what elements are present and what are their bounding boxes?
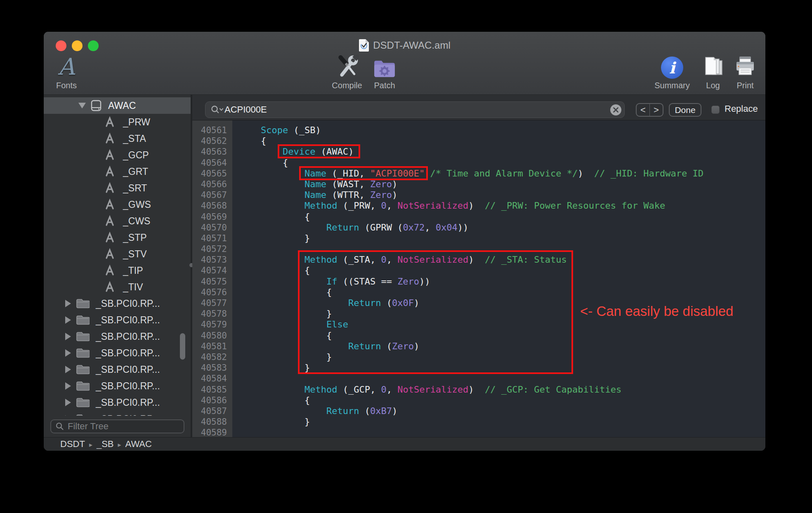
breadcrumb-item-dsdt[interactable]: DSDT xyxy=(60,439,85,449)
line-number: 40572 xyxy=(192,244,227,254)
disclosure-closed-icon[interactable] xyxy=(65,366,71,373)
line-number: 40571 xyxy=(192,233,227,244)
tree-item-awac-root[interactable]: AWAC xyxy=(44,97,191,114)
tree-item-folder[interactable]: _SB.PCI0.RP... xyxy=(44,378,191,394)
line-number: 40567 xyxy=(192,190,227,200)
line-number: 40566 xyxy=(192,179,227,190)
tree-item-method-_srt[interactable]: _SRT xyxy=(44,180,191,196)
breadcrumb-item-awac[interactable]: AWAC xyxy=(125,439,152,449)
breadcrumb-separator-icon: ▸ xyxy=(85,441,97,448)
filter-tree-input[interactable]: Filter Tree xyxy=(50,419,184,433)
tree-item-method-_stv[interactable]: _STV xyxy=(44,246,191,262)
line-number: 40583 xyxy=(192,362,227,373)
folder-icon xyxy=(76,298,90,309)
breadcrumb-item-_sb[interactable]: _SB xyxy=(97,439,114,449)
tree-item-method-_stp[interactable]: _STP xyxy=(44,229,191,246)
code-line-40566[interactable]: 40566 Name (WAST, Zero) xyxy=(192,179,765,190)
disclosure-closed-icon[interactable] xyxy=(65,333,71,340)
tree-item-method-_prw[interactable]: _PRW xyxy=(44,114,191,130)
tree-item-label: _SB.PCI0.RP xyxy=(96,414,153,416)
find-next-button[interactable]: > xyxy=(650,104,663,116)
code-line-40588[interactable]: 40588 } xyxy=(192,417,765,427)
line-number: 40568 xyxy=(192,200,227,211)
tree-item-method-_gcp[interactable]: _GCP xyxy=(44,147,191,163)
tree-item-label: _STV xyxy=(123,249,147,260)
disclosure-closed-icon[interactable] xyxy=(65,349,71,357)
code-line-40561[interactable]: 40561 Scope (_SB) xyxy=(192,125,765,136)
patch-folder-gear-icon xyxy=(360,53,409,79)
disclosure-closed-icon[interactable] xyxy=(65,415,71,416)
code-line-40587[interactable]: 40587 Return (0xB7) xyxy=(192,406,765,417)
replace-label: Replace xyxy=(725,104,758,114)
annotation-box-device xyxy=(278,144,360,158)
code-line-40585[interactable]: 40585 Method (_GCP, 0, NotSerialized) //… xyxy=(192,384,765,395)
method-icon xyxy=(103,247,116,261)
code-line-40569[interactable]: 40569 { xyxy=(192,212,765,222)
line-number: 40561 xyxy=(192,125,227,136)
code-text: Method (_PRW, 0, NotSerialized) // _PRW:… xyxy=(239,200,665,211)
disclosure-closed-icon[interactable] xyxy=(65,382,71,390)
code-text: Method (_GCP, 0, NotSerialized) // _GCP:… xyxy=(239,384,621,395)
code-line-40586[interactable]: 40586 { xyxy=(192,395,765,406)
tree-item-folder[interactable]: _SB.PCI0.RP... xyxy=(44,312,191,328)
tree-item-method-_cws[interactable]: _CWS xyxy=(44,213,191,229)
tree-item-folder[interactable]: _SB.PCI0.RP... xyxy=(44,328,191,345)
print-toolbar-button[interactable]: Print xyxy=(720,53,765,90)
code-line-40565[interactable]: 40565 Name (_HID, "ACPI000E" /* Time and… xyxy=(192,168,765,179)
tree-item-folder[interactable]: _SB.PCI0.RP xyxy=(44,411,191,416)
tree-item-label: _SB.PCI0.RP... xyxy=(96,331,160,342)
search-input[interactable]: ACPI000E xyxy=(205,101,625,118)
line-number: 40580 xyxy=(192,330,227,341)
tree-item-folder[interactable]: _SB.PCI0.RP... xyxy=(44,345,191,361)
app-window: DSDT-AWAC.aml A Fonts Compile xyxy=(44,32,765,451)
replace-checkbox[interactable] xyxy=(711,106,720,114)
code-line-40567[interactable]: 40567 Name (WTTR, Zero) xyxy=(192,190,765,200)
clear-search-icon[interactable] xyxy=(610,104,621,115)
code-line-40571[interactable]: 40571 } xyxy=(192,233,765,244)
method-icon xyxy=(103,214,116,228)
find-previous-button[interactable]: < xyxy=(637,104,650,116)
code-line-40589[interactable]: 40589 xyxy=(192,427,765,437)
find-prev-next-control: < > xyxy=(636,103,663,117)
tree-item-label: _CWS xyxy=(123,216,150,227)
line-number: 40586 xyxy=(192,395,227,406)
printer-icon xyxy=(720,53,765,79)
search-menu-icon[interactable] xyxy=(210,105,224,115)
code-line-40570[interactable]: 40570 Return (GPRW (0x72, 0x04)) xyxy=(192,222,765,233)
fonts-toolbar-button[interactable]: A Fonts xyxy=(44,53,89,90)
method-icon xyxy=(103,115,116,129)
done-button[interactable]: Done xyxy=(669,103,701,117)
annotation-text: <- Can easily be disabled xyxy=(580,304,733,319)
disclosure-closed-icon[interactable] xyxy=(65,300,71,307)
document-icon xyxy=(359,39,369,52)
tree-item-folder[interactable]: _SB.PCI0.RP... xyxy=(44,295,191,312)
line-number: 40589 xyxy=(192,427,227,437)
code-line-40564[interactable]: 40564 { xyxy=(192,158,765,168)
disclosure-open-icon[interactable] xyxy=(78,103,86,108)
tree-item-label: _STA xyxy=(123,133,146,144)
method-icon xyxy=(103,165,116,178)
method-icon xyxy=(103,280,116,294)
folder-icon xyxy=(76,331,90,342)
code-text: { xyxy=(239,136,266,146)
tree-item-method-_sta[interactable]: _STA xyxy=(44,130,191,147)
patch-toolbar-button[interactable]: Patch xyxy=(360,53,409,90)
code-line-40568[interactable]: 40568 Method (_PRW, 0, NotSerialized) //… xyxy=(192,200,765,211)
sidebar-scrollbar-thumb[interactable] xyxy=(180,333,185,360)
tree-item-method-_grt[interactable]: _GRT xyxy=(44,163,191,180)
disclosure-closed-icon[interactable] xyxy=(65,316,71,324)
tree-item-method-_tiv[interactable]: _TIV xyxy=(44,279,191,295)
code-text: Return (0xB7) xyxy=(239,406,397,417)
tree-item-method-_gws[interactable]: _GWS xyxy=(44,196,191,213)
tree-item-folder[interactable]: _SB.PCI0.RP... xyxy=(44,394,191,411)
tree-item-method-_tip[interactable]: _TIP xyxy=(44,262,191,279)
method-icon xyxy=(103,198,116,211)
tree-item-folder[interactable]: _SB.PCI0.RP... xyxy=(44,361,191,378)
code-text: Scope (_SB) xyxy=(239,125,321,136)
method-icon xyxy=(103,148,116,162)
tree-item-label: _GRT xyxy=(123,166,148,177)
tree-item-label: _TIV xyxy=(123,282,143,293)
code-line-40584[interactable]: 40584 xyxy=(192,373,765,384)
code-editor[interactable]: 40561 Scope (_SB)40562 {40563 Device (AW… xyxy=(192,120,765,437)
disclosure-closed-icon[interactable] xyxy=(65,399,71,406)
